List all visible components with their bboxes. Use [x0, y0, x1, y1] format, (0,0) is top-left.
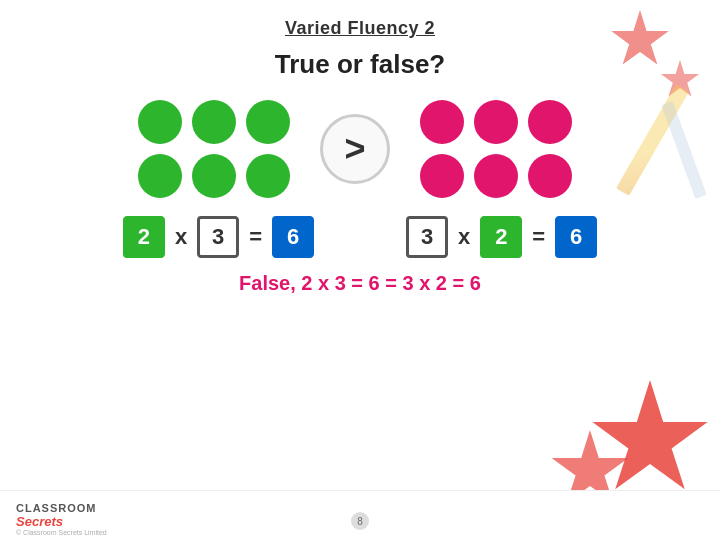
right-eq-eq: =	[528, 224, 549, 250]
dot	[138, 100, 182, 144]
left-eq-eq: =	[245, 224, 266, 250]
right-dot-group	[420, 100, 572, 198]
main-content: Varied Fluency 2 True or false? >	[0, 0, 720, 540]
equation-row: 2 x 3 = 6 3 x 2 = 6	[0, 216, 720, 258]
dot	[246, 100, 290, 144]
right-eq-result: 6	[555, 216, 597, 258]
right-eq-num1: 3	[406, 216, 448, 258]
right-eq-op1: x	[454, 224, 474, 250]
dot	[528, 154, 572, 198]
dot	[246, 154, 290, 198]
comparator-symbol: >	[320, 114, 390, 184]
page-title: Varied Fluency 2	[285, 18, 435, 39]
left-dot-group	[138, 100, 290, 198]
left-eq-num2: 3	[197, 216, 239, 258]
dot	[474, 100, 518, 144]
right-eq-num2: 2	[480, 216, 522, 258]
left-eq-num1: 2	[123, 216, 165, 258]
left-eq-op1: x	[171, 224, 191, 250]
dot	[192, 100, 236, 144]
dot	[528, 100, 572, 144]
dot	[138, 154, 182, 198]
dot	[192, 154, 236, 198]
dot	[420, 154, 464, 198]
question-subtitle: True or false?	[275, 49, 446, 80]
dot	[474, 154, 518, 198]
answer-text: False, 2 x 3 = 6 = 3 x 2 = 6	[239, 272, 481, 295]
dot	[420, 100, 464, 144]
left-eq-result: 6	[272, 216, 314, 258]
visual-area: >	[0, 100, 720, 198]
